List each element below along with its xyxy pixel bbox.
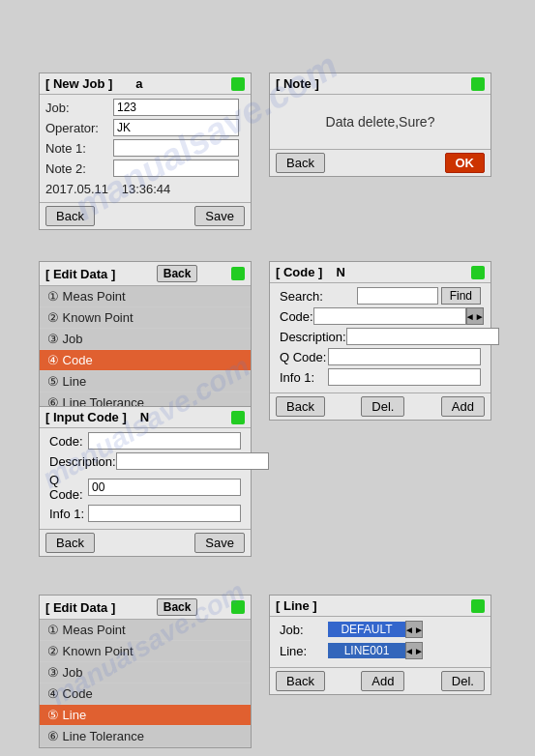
line-body: Job: DEFAULT ◄► Line: LINE001 ◄► — [270, 617, 490, 667]
new-job-save-button[interactable]: Save — [194, 206, 245, 226]
input-code-title: [ Input Code ] — [45, 410, 127, 424]
input-code-footer: Back Save — [40, 529, 251, 556]
ic-qcode-label: Q Code: — [49, 473, 88, 502]
edit-data-title-2: [ Edit Data ] — [45, 600, 115, 615]
new-job-footer: Back Save — [40, 202, 251, 229]
input-code-title-right: N — [140, 410, 149, 424]
qcode-label: Q Code: — [280, 350, 328, 364]
new-job-title-right: a — [135, 76, 142, 91]
new-job-body: Job: Operator: Note 1: Note 2: 2017.05.1… — [40, 95, 251, 202]
input-code-back-button[interactable]: Back — [45, 533, 95, 553]
code-title-right: N — [336, 265, 344, 279]
operator-input[interactable] — [113, 119, 239, 136]
new-job-back-button[interactable]: Back — [45, 206, 95, 226]
ic-code-input[interactable] — [88, 432, 241, 450]
ic-description-label: Description: — [49, 454, 116, 469]
info1-label: Info 1: — [280, 370, 328, 385]
code-add-button[interactable]: Add — [441, 396, 485, 417]
menu-item-known-point-2[interactable]: ② Known Point — [40, 641, 251, 662]
menu-item-meas-point-1[interactable]: ① Meas Point — [40, 286, 251, 307]
menu-item-code-1[interactable]: ④ Code — [40, 350, 251, 371]
ic-info1-row: Info 1: — [45, 505, 245, 522]
description-row: Description: — [276, 328, 485, 345]
note2-input[interactable] — [113, 160, 239, 177]
code-header: [ Code ] N — [270, 262, 490, 283]
note1-input[interactable] — [113, 139, 239, 157]
input-code-body: Code: Description: Q Code: Info 1: — [40, 428, 251, 529]
line-title: [ Line ] — [276, 598, 317, 613]
ic-qcode-input[interactable] — [88, 479, 241, 496]
new-job-status-dot — [231, 77, 245, 91]
menu-item-job-1[interactable]: ③ Job — [40, 329, 251, 350]
info1-row: Info 1: — [276, 368, 485, 386]
datetime-row: 2017.05.11 13:36:44 — [45, 180, 245, 198]
line-job-value: DEFAULT — [328, 622, 405, 637]
note1-row: Note 1: — [45, 139, 245, 157]
line-line-value: LINE001 — [328, 643, 405, 658]
menu-item-code-2[interactable]: ④ Code — [40, 683, 251, 705]
code-label: Code: — [280, 309, 313, 324]
line-header: [ Line ] — [270, 596, 490, 617]
edit-data-menu-1: ① Meas Point ② Known Point ③ Job ④ Code … — [40, 286, 251, 414]
line-panel: [ Line ] Job: DEFAULT ◄► Line: LINE001 ◄… — [269, 595, 491, 695]
note-back-button[interactable]: Back — [276, 153, 325, 173]
ic-info1-input[interactable] — [88, 505, 241, 522]
menu-item-known-point-1[interactable]: ② Known Point — [40, 307, 251, 329]
code-panel: [ Code ] N Search: Find Code: ◄► Descrip… — [269, 261, 491, 421]
line-line-label: Line: — [280, 644, 328, 658]
code-status-dot — [471, 266, 485, 279]
job-input[interactable] — [113, 99, 239, 116]
menu-item-job-2[interactable]: ③ Job — [40, 662, 251, 683]
note-status-dot — [471, 77, 485, 91]
search-label: Search: — [280, 289, 357, 304]
date-value: 2017.05.11 — [45, 182, 108, 196]
edit-data-dot-2 — [231, 600, 245, 614]
line-del-button[interactable]: Del. — [441, 671, 485, 691]
line-line-row: Line: LINE001 ◄► — [276, 642, 485, 659]
menu-item-line-2[interactable]: ⑤ Line — [40, 705, 251, 726]
edit-data-dot-1 — [231, 267, 245, 280]
note-message: Data delete,Sure? — [326, 114, 435, 130]
edit-data-back-1[interactable]: Back — [157, 265, 198, 282]
code-back-button[interactable]: Back — [276, 396, 325, 417]
note-ok-button[interactable]: OK — [445, 153, 486, 173]
ic-description-input[interactable] — [116, 452, 269, 470]
note1-label: Note 1: — [45, 141, 113, 156]
menu-item-meas-point-2[interactable]: ① Meas Point — [40, 620, 251, 641]
edit-data-back-2[interactable]: Back — [157, 598, 198, 616]
new-job-panel: [ New Job ] a Job: Operator: Note 1: Not… — [39, 73, 252, 230]
line-footer: Back Add Del. — [270, 667, 490, 694]
code-title: [ Code ] — [276, 265, 322, 279]
note-body: Data delete,Sure? — [270, 95, 490, 149]
ic-info1-label: Info 1: — [49, 507, 88, 521]
line-add-button[interactable]: Add — [361, 671, 404, 691]
note-footer: Back OK — [270, 149, 490, 176]
code-input[interactable] — [313, 307, 466, 325]
line-line-nav[interactable]: ◄► — [405, 642, 423, 659]
note-title: [ Note ] — [276, 76, 319, 91]
input-code-status-dot — [231, 411, 245, 424]
info1-input[interactable] — [328, 368, 481, 386]
input-code-panel: [ Input Code ] N Code: Description: Q Co… — [39, 406, 252, 557]
ic-code-label: Code: — [49, 434, 88, 449]
qcode-row: Q Code: — [276, 348, 485, 365]
new-job-title: [ New Job ] — [45, 76, 112, 91]
input-code-save-button[interactable]: Save — [194, 533, 245, 553]
description-input[interactable] — [346, 328, 499, 345]
search-input[interactable] — [357, 287, 438, 305]
new-job-header: [ New Job ] a — [40, 73, 251, 95]
line-back-button[interactable]: Back — [276, 671, 325, 691]
menu-item-line-tolerance-2[interactable]: ⑥ Line Tolerance — [40, 726, 251, 747]
line-job-select: DEFAULT ◄► — [328, 621, 423, 638]
edit-data-header-2: [ Edit Data ] Back — [40, 596, 251, 620]
input-code-header: [ Input Code ] N — [40, 407, 251, 428]
code-nav-btn[interactable]: ◄► — [466, 307, 484, 325]
find-button[interactable]: Find — [441, 287, 481, 305]
menu-item-line-1[interactable]: ⑤ Line — [40, 371, 251, 393]
qcode-input[interactable] — [328, 348, 481, 365]
edit-data-menu-2: ① Meas Point ② Known Point ③ Job ④ Code … — [40, 620, 251, 747]
ic-description-row: Description: — [45, 452, 245, 470]
code-del-button[interactable]: Del. — [361, 396, 404, 417]
description-label: Description: — [280, 330, 346, 344]
line-job-nav[interactable]: ◄► — [405, 621, 423, 638]
